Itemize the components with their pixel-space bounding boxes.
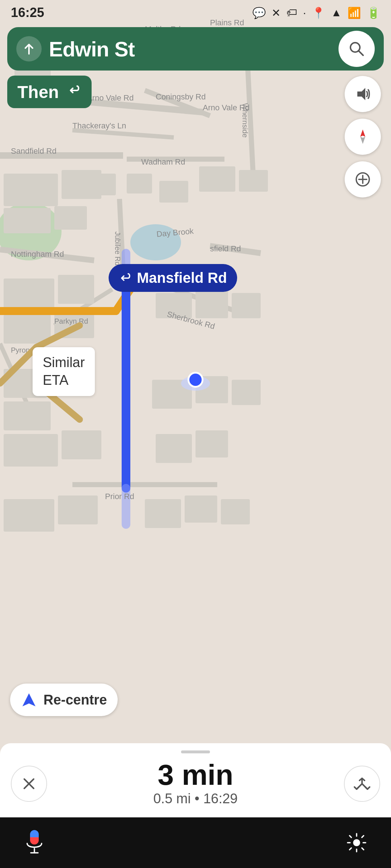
svg-rect-52 <box>4 499 54 532</box>
svg-rect-54 <box>145 499 181 528</box>
svg-text:Nottingham Rd: Nottingham Rd <box>11 250 64 259</box>
eta-separator: • <box>195 791 199 806</box>
svg-rect-31 <box>127 174 152 193</box>
svg-rect-44 <box>4 401 51 430</box>
svg-text:sfield Rd: sfield Rd <box>210 244 241 253</box>
volume-button[interactable] <box>345 76 381 112</box>
mansfield-road-name: Mansfield Rd <box>137 270 227 286</box>
similar-eta-line2: ETA <box>43 373 68 388</box>
svg-text:Jubilee Rd: Jubilee Rd <box>114 231 122 266</box>
search-button[interactable] <box>339 31 375 67</box>
settings-button[interactable] <box>340 826 373 859</box>
svg-text:Thackeray's Ln: Thackeray's Ln <box>72 121 126 130</box>
svg-marker-90 <box>360 137 365 144</box>
svg-rect-48 <box>4 434 58 467</box>
svg-text:Wadham Rd: Wadham Rd <box>141 157 185 166</box>
current-street-bar: Edwin St <box>7 27 384 71</box>
then-label: Then <box>17 82 59 102</box>
then-turn-bar: Then <box>7 76 92 108</box>
wifi-status-icon: ▲ <box>331 7 342 19</box>
chat-button[interactable] <box>345 161 381 197</box>
svg-rect-41 <box>232 293 261 318</box>
svg-rect-51 <box>196 430 228 458</box>
svg-rect-50 <box>156 434 192 463</box>
message-status-icon: 💬 <box>252 7 266 19</box>
then-turn-icon <box>66 83 81 101</box>
status-time: 16:25 <box>11 5 44 20</box>
compass-button[interactable] <box>345 119 381 155</box>
svg-rect-53 <box>58 495 98 524</box>
current-street-name: Edwin St <box>49 37 331 61</box>
svg-line-87 <box>358 51 363 55</box>
status-bar: 16:25 💬 ✕ 🏷 · 📍 ▲ 📶 🔋 <box>0 0 391 25</box>
eta-info: 3 min 0.5 mi • 16:29 <box>47 761 344 807</box>
recentre-label: Re-centre <box>43 692 107 708</box>
svg-rect-47 <box>232 380 261 405</box>
status-icons: 💬 ✕ 🏷 · 📍 ▲ 📶 🔋 <box>252 7 380 19</box>
svg-text:Sandfield Rd: Sandfield Rd <box>11 146 56 156</box>
signal-status-icon: 📶 <box>348 7 361 19</box>
eta-minutes: 3 min <box>47 761 344 790</box>
svg-marker-94 <box>22 693 35 706</box>
location-status-icon: 📍 <box>312 7 325 19</box>
svg-text:Parkyn Rd: Parkyn Rd <box>54 317 88 325</box>
svg-marker-89 <box>360 129 365 137</box>
svg-rect-97 <box>30 830 39 844</box>
map-controls <box>345 76 381 197</box>
svg-rect-34 <box>239 170 268 192</box>
similar-eta-label: Similar ETA <box>33 347 95 396</box>
eta-arrival-time: 16:29 <box>203 791 237 806</box>
current-location-dot <box>181 376 210 391</box>
svg-rect-49 <box>62 430 101 459</box>
svg-rect-37 <box>4 315 51 344</box>
svg-rect-30 <box>87 174 116 195</box>
svg-marker-88 <box>357 88 365 100</box>
navigation-direction-icon <box>16 36 42 61</box>
svg-rect-29 <box>54 206 87 230</box>
eta-details: 0.5 mi • 16:29 <box>47 791 344 807</box>
svg-text:Prior Rd: Prior Rd <box>105 492 134 501</box>
svg-rect-32 <box>159 181 188 203</box>
svg-text:Whernside: Whernside <box>241 103 249 138</box>
svg-rect-40 <box>196 289 228 318</box>
tag-status-icon: 🏷 <box>286 7 297 19</box>
recentre-button[interactable]: Re-centre <box>10 684 118 716</box>
drag-handle <box>181 750 210 753</box>
svg-rect-55 <box>185 495 217 523</box>
svg-rect-26 <box>4 174 58 206</box>
eta-distance: 0.5 mi <box>153 791 190 806</box>
alternative-routes-button[interactable] <box>344 766 380 802</box>
microphone-button[interactable] <box>18 826 51 859</box>
x-status-icon: ✕ <box>272 7 281 19</box>
battery-status-icon: 🔋 <box>367 7 380 19</box>
dot-status-icon: · <box>303 7 306 19</box>
similar-eta-line1: Similar <box>43 355 85 370</box>
mansfield-road-label: Mansfield Rd <box>109 264 237 292</box>
svg-point-100 <box>354 840 360 846</box>
svg-rect-28 <box>4 208 51 233</box>
svg-rect-36 <box>58 275 94 304</box>
system-bottom-bar <box>0 817 391 868</box>
svg-rect-56 <box>221 499 250 524</box>
eta-panel: 3 min 0.5 mi • 16:29 <box>0 743 391 817</box>
close-navigation-button[interactable] <box>11 766 47 802</box>
svg-rect-33 <box>199 166 235 192</box>
nav-panel: Edwin St Then <box>7 27 384 108</box>
svg-rect-35 <box>4 278 54 311</box>
